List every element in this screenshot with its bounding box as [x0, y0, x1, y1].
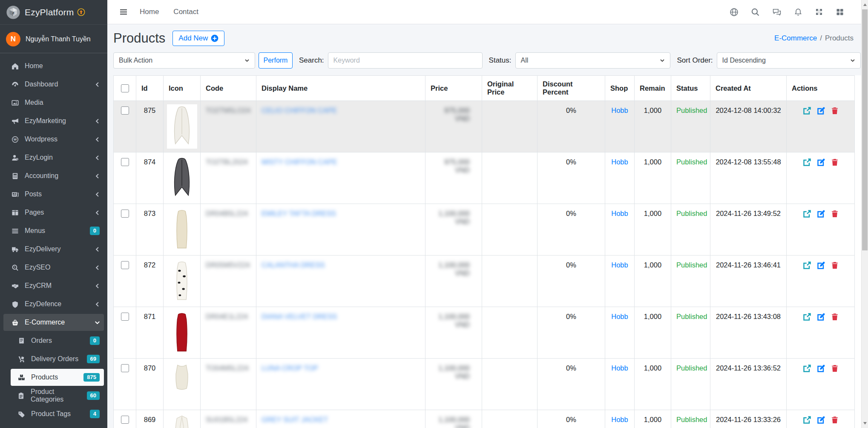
shop-link[interactable]: Hobb	[611, 416, 628, 423]
shop-link[interactable]: Hobb	[611, 106, 628, 114]
delete-button[interactable]	[831, 106, 839, 115]
sidebar-item-accounting[interactable]: Accounting	[3, 167, 104, 184]
product-image[interactable]	[167, 362, 197, 406]
sidebar-item-pages[interactable]: Pages	[3, 204, 104, 221]
sidebar-item-ezycrm[interactable]: EzyCRM	[3, 277, 104, 294]
sidebar-item-delivery-orders[interactable]: Delivery Orders69	[11, 350, 104, 368]
sidebar-item-ezydefence[interactable]: EzyDefence	[3, 296, 104, 313]
delete-button[interactable]	[831, 158, 839, 167]
sidebar-item-dashboard[interactable]: Dashboard	[3, 76, 104, 93]
code-cell: DR05M5V224	[201, 256, 256, 307]
sidebar-item-menus[interactable]: Menus0	[3, 222, 104, 239]
comments-icon[interactable]	[772, 8, 782, 17]
bell-icon[interactable]	[794, 8, 802, 17]
icon-cell	[164, 410, 201, 428]
vertical-scrollbar[interactable]	[861, 0, 868, 428]
view-external-button[interactable]	[803, 416, 811, 424]
sidebar-item-products[interactable]: Products875	[11, 369, 104, 386]
actions-cell	[787, 101, 855, 152]
view-external-button[interactable]	[803, 364, 811, 373]
sort-order-select[interactable]: Id Descending	[717, 52, 861, 69]
product-image[interactable]	[167, 310, 197, 355]
sidebar-item-ezydelivery[interactable]: EzyDelivery	[3, 241, 104, 258]
globe-icon[interactable]	[730, 8, 739, 17]
edit-button[interactable]	[817, 313, 825, 321]
edit-button[interactable]	[817, 210, 825, 218]
sidebar-item-wordpress[interactable]: WWordpress	[3, 131, 104, 148]
product-image[interactable]	[167, 259, 197, 303]
scroll-down-arrow[interactable]	[863, 422, 867, 425]
delete-button[interactable]	[831, 261, 839, 270]
expand-icon[interactable]	[815, 8, 823, 17]
product-image[interactable]	[167, 414, 197, 428]
select-all-checkbox[interactable]	[121, 84, 129, 92]
delete-button[interactable]	[831, 416, 839, 424]
sidebar-item-orders[interactable]: Orders0	[11, 332, 104, 349]
bulk-action-select[interactable]: Bulk Action	[113, 52, 255, 69]
product-name-link-blurred[interactable]: CALANTHA DRESS	[262, 261, 325, 269]
row-checkbox[interactable]	[121, 364, 129, 372]
shop-link[interactable]: Hobb	[611, 261, 628, 269]
sidebar-item-product-tags[interactable]: Product Tags4	[11, 405, 104, 422]
row-checkbox[interactable]	[121, 106, 129, 115]
product-name-link-blurred[interactable]: LUNA CROP TOP	[262, 364, 318, 372]
shop-link[interactable]: Hobb	[611, 364, 628, 372]
status-select[interactable]: All	[515, 52, 670, 69]
shop-link[interactable]: Hobb	[611, 158, 628, 166]
product-name-link-blurred[interactable]: DIANA VELVET DRESS	[262, 313, 337, 320]
actions-cell	[787, 152, 855, 204]
view-external-button[interactable]	[803, 158, 811, 167]
edit-button[interactable]	[817, 416, 825, 424]
product-name-link-blurred[interactable]: GREY SUIT JACKET	[262, 416, 328, 423]
edit-button[interactable]	[817, 261, 825, 270]
sidebar-item-home[interactable]: Home	[3, 57, 104, 75]
icon-cell	[164, 359, 201, 410]
hamburger-icon[interactable]	[119, 8, 128, 16]
sidebar-item-ezyseo[interactable]: EzySEO	[3, 259, 104, 276]
edit-button[interactable]	[817, 106, 825, 115]
delete-button[interactable]	[831, 313, 839, 321]
search-icon[interactable]	[751, 8, 760, 17]
sidebar-item-ezymarketing[interactable]: EzyMarketing	[3, 112, 104, 129]
upgrade-icon[interactable]	[77, 8, 85, 16]
sidebar-item-media[interactable]: Media	[3, 94, 104, 111]
row-checkbox[interactable]	[121, 210, 129, 218]
product-image[interactable]	[167, 207, 197, 252]
delete-button[interactable]	[831, 364, 839, 373]
shop-link[interactable]: Hobb	[611, 313, 628, 320]
search-input[interactable]	[328, 52, 483, 69]
sidebar-item-product-categories[interactable]: Product Categories60	[11, 387, 104, 404]
view-external-button[interactable]	[803, 210, 811, 218]
row-checkbox[interactable]	[121, 158, 129, 166]
view-external-button[interactable]	[803, 261, 811, 270]
row-checkbox[interactable]	[121, 313, 129, 321]
nav-link-contact[interactable]: Contact	[173, 8, 198, 16]
nav-link-home[interactable]: Home	[140, 8, 159, 16]
sidebar-item-posts[interactable]: Posts	[3, 186, 104, 203]
chevron-down-icon	[850, 58, 855, 63]
breadcrumb-link-ecommerce[interactable]: E-Commerce	[774, 34, 817, 42]
add-new-button[interactable]: Add New	[172, 31, 224, 46]
delete-button[interactable]	[831, 210, 839, 218]
user-panel[interactable]: N Nguyễn Thanh Tuyền	[0, 25, 107, 53]
view-external-button[interactable]	[803, 313, 811, 321]
grid-icon[interactable]	[836, 8, 844, 17]
shop-link[interactable]: Hobb	[611, 210, 628, 217]
edit-button[interactable]	[817, 158, 825, 167]
view-external-button[interactable]	[803, 106, 811, 115]
row-checkbox[interactable]	[121, 416, 129, 424]
scroll-up-arrow[interactable]	[863, 3, 867, 6]
brand[interactable]: z EzyPlatform	[0, 0, 107, 25]
product-name-link-blurred[interactable]: MISTY CHIFFON CAPE	[262, 158, 337, 166]
product-image[interactable]	[167, 156, 197, 200]
product-image[interactable]	[167, 104, 197, 149]
scrollbar-thumb[interactable]	[862, 9, 868, 250]
sidebar-item-ezylogin[interactable]: EzyLogin	[3, 149, 104, 166]
product-name-link-blurred[interactable]: CELIO CHIFFON CAPE	[262, 106, 337, 114]
edit-button[interactable]	[817, 364, 825, 373]
perform-button[interactable]: Perform	[259, 52, 293, 69]
sidebar-item-e-commerce[interactable]: E-Commerce	[3, 314, 104, 331]
product-name-link-blurred[interactable]: EMILEY TAFTA DRESS	[262, 210, 336, 217]
sidebar-item-label: Wordpress	[25, 135, 57, 143]
row-checkbox[interactable]	[121, 261, 129, 269]
